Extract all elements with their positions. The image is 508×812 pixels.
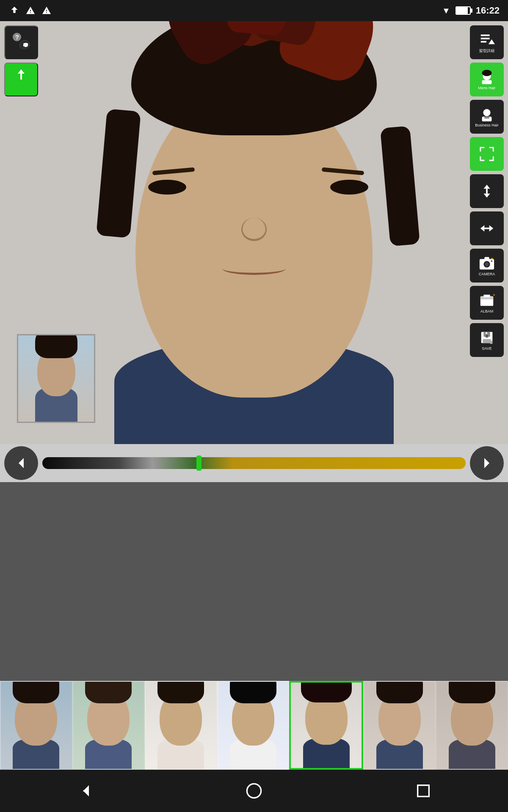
svg-rect-41	[418, 785, 429, 797]
color-track[interactable]	[42, 457, 466, 469]
thumb-preview-bg	[18, 335, 94, 422]
status-bar: 16:22	[0, 0, 508, 21]
svg-rect-2	[481, 41, 486, 42]
help-button[interactable]: ? 💭	[4, 25, 38, 59]
move-vertical-button[interactable]	[470, 174, 504, 208]
business-hair-label: Business Hair	[475, 123, 499, 127]
hair-detail-button[interactable]: 髪型詳細	[470, 25, 504, 59]
mens-hair-button[interactable]: Mens Hair	[470, 63, 504, 96]
move-horizontal-button[interactable]	[470, 211, 504, 245]
svg-point-20	[491, 260, 493, 262]
camera-button[interactable]: CAMERA	[470, 249, 504, 283]
svg-point-18	[485, 262, 489, 266]
hairstyle-thumb-3[interactable]	[145, 681, 217, 770]
recent-nav-button[interactable]	[411, 778, 436, 804]
album-label: ALBAM	[480, 309, 494, 313]
home-nav-button[interactable]	[241, 778, 267, 804]
wifi-icon	[442, 6, 450, 16]
svg-marker-3	[489, 39, 495, 44]
back-nav-button[interactable]	[72, 778, 97, 804]
svg-point-29	[486, 335, 488, 337]
next-color-button[interactable]	[470, 446, 504, 480]
camera-label: CAMERA	[479, 272, 495, 276]
svg-point-40	[247, 784, 261, 798]
right-sidebar: 髪型詳細 Mens Hair Business Hair	[470, 25, 504, 357]
status-time: 16:22	[476, 5, 500, 16]
business-hair-button[interactable]: Business Hair	[470, 100, 504, 134]
color-slider-section	[0, 444, 508, 482]
svg-point-7	[483, 109, 490, 116]
warning-icon-1	[25, 5, 36, 16]
album-button[interactable]: ALBAM	[470, 286, 504, 320]
save-label: SAVE	[482, 346, 491, 351]
svg-marker-37	[484, 458, 489, 468]
hairstyle-thumb-7[interactable]	[436, 681, 508, 770]
svg-text:?: ?	[15, 33, 19, 41]
left-top-buttons: ? 💭 SNS	[4, 25, 38, 96]
svg-marker-10	[483, 185, 490, 189]
navigation-bar	[0, 770, 508, 812]
thumbnails-row	[0, 681, 508, 770]
hairstyle-thumb-2[interactable]	[72, 681, 145, 770]
expand-button[interactable]	[470, 137, 504, 171]
svg-rect-0	[481, 34, 490, 36]
svg-marker-13	[480, 225, 485, 231]
status-icons-left	[8, 5, 52, 16]
svg-marker-14	[489, 225, 494, 231]
person-nose	[241, 218, 267, 241]
svg-marker-11	[483, 194, 490, 198]
svg-rect-19	[484, 257, 489, 260]
svg-rect-15	[484, 228, 489, 229]
warning-icon-2	[41, 5, 52, 16]
svg-rect-23	[483, 295, 490, 297]
mens-hair-label: Mens Hair	[478, 86, 495, 90]
svg-rect-30	[490, 341, 493, 344]
battery-icon	[456, 6, 471, 15]
hairstyle-thumb-6[interactable]	[363, 681, 436, 770]
svg-rect-12	[486, 189, 488, 193]
thumbnail-preview	[17, 334, 95, 423]
sns-label: SNS	[13, 85, 29, 93]
hairstyle-thumbnails-section	[0, 482, 508, 770]
color-thumb[interactable]	[196, 455, 202, 471]
save-button[interactable]: SAVE	[470, 323, 504, 357]
svg-text:💭: 💭	[22, 42, 29, 48]
svg-rect-9	[484, 117, 489, 119]
svg-rect-1	[481, 38, 490, 39]
svg-point-6	[482, 70, 492, 76]
eye-left	[148, 180, 186, 195]
hairstyle-thumb-1[interactable]	[0, 681, 72, 770]
prev-color-button[interactable]	[4, 446, 38, 480]
hairstyle-thumb-4[interactable]	[217, 681, 290, 770]
svg-rect-27	[483, 339, 491, 343]
hair-detail-label: 髪型詳細	[479, 48, 494, 54]
sns-share-button[interactable]: SNS	[4, 63, 38, 96]
person-mouth	[222, 262, 286, 275]
hairstyle-thumb-5[interactable]	[289, 681, 363, 770]
svg-rect-5	[482, 80, 492, 85]
upload-status-icon	[8, 5, 20, 16]
status-icons-right: 16:22	[442, 5, 500, 16]
svg-marker-36	[19, 458, 24, 468]
eye-right	[330, 180, 368, 195]
main-editing-area: 髪型詳細 Mens Hair Business Hair	[0, 21, 508, 482]
